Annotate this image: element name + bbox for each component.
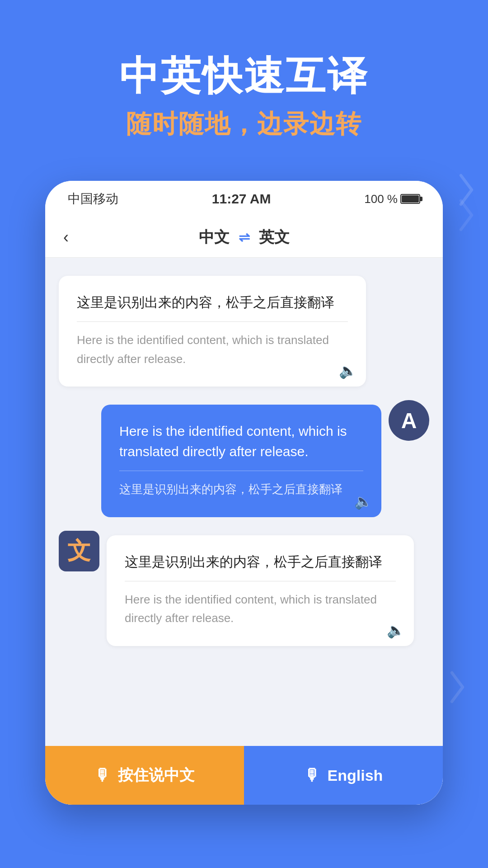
mic-icon-english: 🎙 bbox=[304, 766, 320, 785]
sound-icon-right[interactable]: 🔈 bbox=[354, 493, 372, 510]
back-button[interactable]: ‹ bbox=[63, 228, 69, 247]
divider-2 bbox=[125, 581, 396, 581]
speak-english-button[interactable]: 🎙 English bbox=[244, 746, 443, 805]
carrier-text: 中国移动 bbox=[68, 190, 118, 208]
message-bubble-left-2: 这里是识别出来的内容，松手之后直接翻译 Here is the identifi… bbox=[107, 535, 414, 646]
translated-text: Here is the identified content, which is… bbox=[77, 331, 348, 368]
mic-icon-chinese: 🎙 bbox=[94, 766, 111, 785]
header-section: 中英快速互译 随时随地，边录边转 bbox=[0, 0, 488, 142]
translated-text-2: Here is the identified content, which is… bbox=[125, 590, 396, 628]
original-text: 这里是识别出来的内容，松手之后直接翻译 bbox=[77, 292, 348, 312]
original-text-2: 这里是识别出来的内容，松手之后直接翻译 bbox=[125, 552, 396, 572]
chinese-button-label: 按住说中文 bbox=[118, 765, 195, 786]
chinese-badge: 文 bbox=[59, 531, 99, 571]
divider bbox=[77, 321, 348, 322]
sub-title: 随时随地，边录边转 bbox=[0, 107, 488, 142]
translated-text-right: 这里是识别出来的内容，松手之后直接翻译 bbox=[119, 480, 363, 499]
time-text: 11:27 AM bbox=[212, 191, 271, 207]
message-bubble-left-1: 这里是识别出来的内容，松手之后直接翻译 Here is the identifi… bbox=[59, 276, 366, 387]
nav-bar: ‹ 中文 ⇌ 英文 bbox=[45, 217, 443, 258]
lang-right: 英文 bbox=[259, 227, 290, 248]
phone-mockup: 中国移动 11:27 AM 100 % ‹ 中文 ⇌ 英文 这里是识别出来的内容… bbox=[45, 181, 443, 805]
english-button-label: English bbox=[328, 767, 383, 784]
divider-right bbox=[119, 471, 363, 471]
status-bar: 中国移动 11:27 AM 100 % bbox=[45, 181, 443, 217]
sound-icon[interactable]: 🔈 bbox=[339, 362, 357, 379]
original-text-right: Here is the identified content, which is… bbox=[119, 421, 363, 462]
lang-left: 中文 bbox=[199, 227, 230, 248]
main-title: 中英快速互译 bbox=[0, 54, 488, 98]
message-left-2-wrapper: 文 这里是识别出来的内容，松手之后直接翻译 Here is the identi… bbox=[59, 535, 429, 646]
battery-indicator: 100 % bbox=[364, 192, 420, 206]
message-bubble-right-wrapper: Here is the identified content, which is… bbox=[101, 405, 429, 517]
nav-title: 中文 ⇌ 英文 bbox=[199, 227, 290, 248]
message-bubble-right: Here is the identified content, which is… bbox=[101, 405, 381, 517]
chat-area: 这里是识别出来的内容，松手之后直接翻译 Here is the identifi… bbox=[45, 258, 443, 746]
swap-icon[interactable]: ⇌ bbox=[239, 229, 250, 245]
bottom-buttons: 🎙 按住说中文 🎙 English bbox=[45, 746, 443, 805]
battery-icon bbox=[400, 194, 420, 204]
avatar: A bbox=[389, 400, 429, 441]
speak-chinese-button[interactable]: 🎙 按住说中文 bbox=[45, 746, 244, 805]
sound-icon-2[interactable]: 🔈 bbox=[387, 622, 405, 639]
